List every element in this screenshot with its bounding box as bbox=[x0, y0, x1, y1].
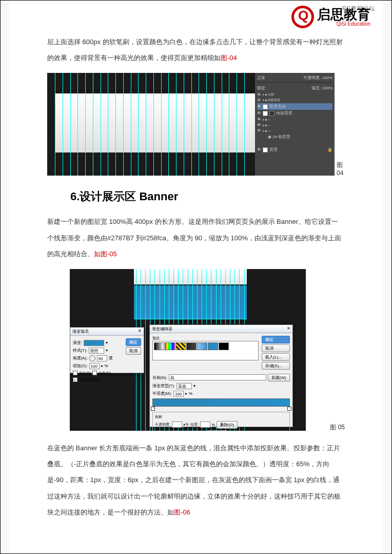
figure-05: 渐变填充✕ 确定 取消 渐变:▾ 样式(T):线性▾ 角度(A):90度 缩放(… bbox=[70, 269, 306, 431]
ref-fig04: 图-04 bbox=[221, 54, 237, 62]
ref-fig06: 图-06 bbox=[174, 508, 190, 516]
paragraph-banner: 新建一个新的图层宽 100%高 400px 的长方形。这是用作我们网页页头的展示… bbox=[47, 214, 345, 262]
ok-button[interactable]: 确定 bbox=[262, 336, 290, 343]
brand-logo: Q 启思教育 QiSi Education bbox=[291, 6, 370, 28]
logo-icon: Q bbox=[291, 6, 314, 28]
new-button[interactable]: 新建(W) bbox=[268, 374, 290, 381]
save-button[interactable]: 存储(S)... bbox=[262, 362, 290, 370]
figure-04: 正常 不透明度: 100% 锁定: 填充: 100% 👁▸ ■ 头部 👁▾ ■ … bbox=[47, 73, 335, 176]
fig04-caption: 图 04 bbox=[337, 161, 345, 177]
layers-panel: 正常 不透明度: 100% 锁定: 填充: 100% 👁▸ ■ 头部 👁▾ ■ … bbox=[255, 73, 335, 176]
paragraph-intro: 层上面选择 600px 的软笔刷，设置颜色为白色，在边缘多点击几下，让整个背景感… bbox=[47, 34, 345, 66]
close-icon[interactable]: ✕ bbox=[138, 329, 142, 334]
paragraph-line-effect: 在蓝色的 Banner 长方形底端画一条 1px 的灰蓝色的线，混合属性中添加投… bbox=[47, 440, 345, 520]
close-icon[interactable]: ✕ bbox=[287, 326, 290, 332]
load-button[interactable]: 载入(L)... bbox=[262, 353, 290, 361]
ref-fig05: 如图-05 bbox=[94, 250, 117, 258]
gradient-editor-dialog: 渐变编辑器✕ 预设 bbox=[149, 324, 293, 427]
cancel-button[interactable]: 取消 bbox=[262, 345, 290, 352]
fig05-caption: 图 05 bbox=[330, 423, 345, 432]
cancel-button[interactable]: 取消 bbox=[126, 347, 141, 355]
logo-text-cn: 启思教育 bbox=[317, 8, 370, 21]
gradient-presets[interactable] bbox=[152, 341, 259, 360]
gradient-name-input[interactable]: 自 bbox=[169, 374, 266, 380]
fig04-canvas bbox=[47, 73, 255, 176]
blend-mode: 正常 bbox=[257, 75, 265, 81]
section-title-6: 6.设计展示区 Banner bbox=[70, 189, 345, 204]
gradient-bar[interactable] bbox=[152, 398, 290, 407]
ok-button[interactable]: 确定 bbox=[126, 338, 141, 346]
gradient-fill-dialog: 渐变填充✕ 确定 取消 渐变:▾ 样式(T):线性▾ 角度(A):90度 缩放(… bbox=[70, 327, 144, 373]
